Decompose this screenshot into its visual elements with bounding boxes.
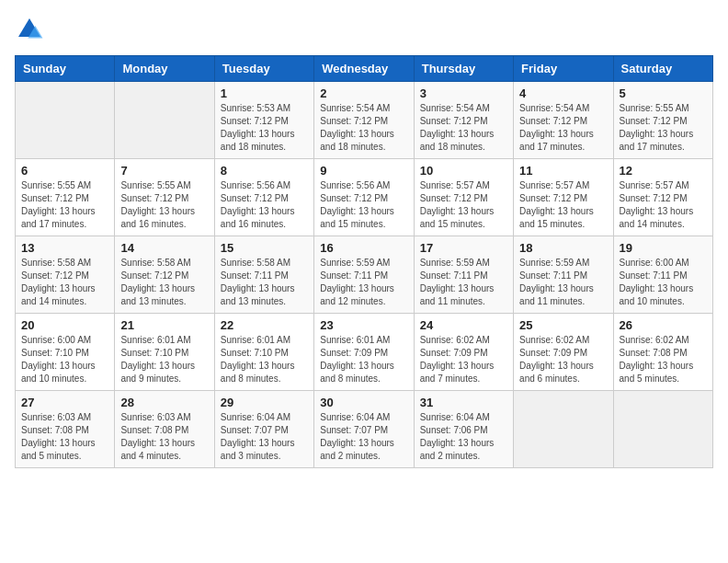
calendar-cell: 24Sunrise: 6:02 AM Sunset: 7:09 PM Dayli…	[414, 314, 513, 391]
calendar-cell: 14Sunrise: 5:58 AM Sunset: 7:12 PM Dayli…	[115, 236, 214, 314]
day-number: 23	[320, 318, 407, 332]
day-number: 18	[519, 241, 607, 255]
day-number: 19	[620, 241, 707, 255]
calendar-cell: 2Sunrise: 5:54 AM Sunset: 7:12 PM Daylig…	[314, 82, 414, 159]
weekday-header-wednesday: Wednesday	[314, 56, 414, 82]
logo	[15, 15, 48, 44]
day-number: 4	[519, 86, 607, 100]
calendar-cell: 26Sunrise: 6:02 AM Sunset: 7:08 PM Dayli…	[613, 314, 712, 391]
day-number: 11	[519, 164, 607, 178]
calendar-cell: 11Sunrise: 5:57 AM Sunset: 7:12 PM Dayli…	[514, 159, 613, 236]
calendar-cell: 7Sunrise: 5:55 AM Sunset: 7:12 PM Daylig…	[115, 159, 214, 236]
day-info: Sunrise: 6:00 AM Sunset: 7:10 PM Dayligh…	[21, 334, 108, 385]
calendar-cell: 1Sunrise: 5:53 AM Sunset: 7:12 PM Daylig…	[214, 82, 313, 159]
day-info: Sunrise: 5:57 AM Sunset: 7:12 PM Dayligh…	[620, 179, 707, 231]
day-info: Sunrise: 6:04 AM Sunset: 7:07 PM Dayligh…	[320, 411, 407, 463]
day-number: 27	[21, 396, 108, 409]
calendar-cell: 18Sunrise: 5:59 AM Sunset: 7:11 PM Dayli…	[514, 236, 613, 314]
day-info: Sunrise: 6:02 AM Sunset: 7:09 PM Dayligh…	[519, 334, 607, 385]
day-info: Sunrise: 6:01 AM Sunset: 7:10 PM Dayligh…	[221, 334, 308, 385]
calendar-cell	[16, 82, 115, 159]
calendar-cell: 5Sunrise: 5:55 AM Sunset: 7:12 PM Daylig…	[613, 82, 712, 159]
calendar-table: SundayMondayTuesdayWednesdayThursdayFrid…	[15, 55, 713, 468]
calendar-week-5: 27Sunrise: 6:03 AM Sunset: 7:08 PM Dayli…	[16, 391, 713, 468]
calendar-cell	[115, 82, 214, 159]
day-info: Sunrise: 6:01 AM Sunset: 7:09 PM Dayligh…	[320, 334, 407, 385]
day-info: Sunrise: 5:54 AM Sunset: 7:12 PM Dayligh…	[420, 102, 507, 154]
day-info: Sunrise: 6:00 AM Sunset: 7:11 PM Dayligh…	[620, 257, 707, 308]
calendar-cell: 9Sunrise: 5:56 AM Sunset: 7:12 PM Daylig…	[314, 159, 414, 236]
day-number: 15	[221, 241, 308, 255]
day-number: 13	[21, 241, 108, 255]
calendar-cell: 6Sunrise: 5:55 AM Sunset: 7:12 PM Daylig…	[16, 159, 115, 236]
day-number: 6	[21, 164, 108, 178]
calendar-cell: 27Sunrise: 6:03 AM Sunset: 7:08 PM Dayli…	[16, 391, 115, 468]
calendar-week-3: 13Sunrise: 5:58 AM Sunset: 7:12 PM Dayli…	[16, 236, 713, 314]
day-info: Sunrise: 5:59 AM Sunset: 7:11 PM Dayligh…	[420, 257, 507, 308]
weekday-header-row: SundayMondayTuesdayWednesdayThursdayFrid…	[16, 56, 713, 82]
day-number: 26	[620, 318, 707, 332]
day-number: 31	[420, 396, 507, 409]
day-number: 1	[221, 86, 308, 100]
calendar-cell: 21Sunrise: 6:01 AM Sunset: 7:10 PM Dayli…	[115, 314, 214, 391]
calendar-week-4: 20Sunrise: 6:00 AM Sunset: 7:10 PM Dayli…	[16, 314, 713, 391]
calendar-cell: 20Sunrise: 6:00 AM Sunset: 7:10 PM Dayli…	[16, 314, 115, 391]
day-info: Sunrise: 5:54 AM Sunset: 7:12 PM Dayligh…	[519, 102, 607, 154]
calendar-cell: 3Sunrise: 5:54 AM Sunset: 7:12 PM Daylig…	[414, 82, 513, 159]
day-number: 16	[320, 241, 407, 255]
day-info: Sunrise: 5:58 AM Sunset: 7:12 PM Dayligh…	[21, 257, 108, 308]
calendar-cell: 17Sunrise: 5:59 AM Sunset: 7:11 PM Dayli…	[414, 236, 513, 314]
day-number: 29	[221, 396, 308, 409]
weekday-header-saturday: Saturday	[613, 56, 712, 82]
day-number: 10	[420, 164, 507, 178]
calendar-body: 1Sunrise: 5:53 AM Sunset: 7:12 PM Daylig…	[16, 82, 713, 468]
weekday-header-tuesday: Tuesday	[214, 56, 313, 82]
calendar-cell: 4Sunrise: 5:54 AM Sunset: 7:12 PM Daylig…	[514, 82, 613, 159]
day-number: 28	[120, 396, 208, 409]
day-info: Sunrise: 5:58 AM Sunset: 7:12 PM Dayligh…	[120, 257, 208, 308]
calendar-cell: 12Sunrise: 5:57 AM Sunset: 7:12 PM Dayli…	[613, 159, 712, 236]
day-info: Sunrise: 5:55 AM Sunset: 7:12 PM Dayligh…	[620, 102, 707, 154]
day-info: Sunrise: 5:56 AM Sunset: 7:12 PM Dayligh…	[221, 179, 308, 231]
day-info: Sunrise: 5:58 AM Sunset: 7:11 PM Dayligh…	[221, 257, 308, 308]
calendar-cell: 28Sunrise: 6:03 AM Sunset: 7:08 PM Dayli…	[115, 391, 214, 468]
calendar-cell: 30Sunrise: 6:04 AM Sunset: 7:07 PM Dayli…	[314, 391, 414, 468]
day-info: Sunrise: 5:55 AM Sunset: 7:12 PM Dayligh…	[120, 179, 208, 231]
day-info: Sunrise: 5:59 AM Sunset: 7:11 PM Dayligh…	[519, 257, 607, 308]
weekday-header-monday: Monday	[115, 56, 214, 82]
day-number: 5	[620, 86, 707, 100]
weekday-header-friday: Friday	[514, 56, 613, 82]
day-info: Sunrise: 6:02 AM Sunset: 7:08 PM Dayligh…	[620, 334, 707, 385]
calendar-cell: 23Sunrise: 6:01 AM Sunset: 7:09 PM Dayli…	[314, 314, 414, 391]
day-number: 17	[420, 241, 507, 255]
day-info: Sunrise: 6:03 AM Sunset: 7:08 PM Dayligh…	[120, 411, 208, 463]
day-number: 22	[221, 318, 308, 332]
day-number: 9	[320, 164, 407, 178]
day-info: Sunrise: 6:04 AM Sunset: 7:07 PM Dayligh…	[221, 411, 308, 463]
day-number: 21	[120, 318, 208, 332]
calendar-cell: 25Sunrise: 6:02 AM Sunset: 7:09 PM Dayli…	[514, 314, 613, 391]
day-info: Sunrise: 5:57 AM Sunset: 7:12 PM Dayligh…	[519, 179, 607, 231]
day-number: 12	[620, 164, 707, 178]
day-number: 25	[519, 318, 607, 332]
weekday-header-sunday: Sunday	[16, 56, 115, 82]
calendar-cell	[514, 391, 613, 468]
day-number: 8	[221, 164, 308, 178]
calendar-cell: 16Sunrise: 5:59 AM Sunset: 7:11 PM Dayli…	[314, 236, 414, 314]
day-info: Sunrise: 5:57 AM Sunset: 7:12 PM Dayligh…	[420, 179, 507, 231]
day-number: 20	[21, 318, 108, 332]
calendar-cell: 13Sunrise: 5:58 AM Sunset: 7:12 PM Dayli…	[16, 236, 115, 314]
calendar-cell: 15Sunrise: 5:58 AM Sunset: 7:11 PM Dayli…	[214, 236, 313, 314]
page-header	[15, 15, 713, 44]
calendar-cell: 19Sunrise: 6:00 AM Sunset: 7:11 PM Dayli…	[613, 236, 712, 314]
day-info: Sunrise: 6:01 AM Sunset: 7:10 PM Dayligh…	[120, 334, 208, 385]
day-info: Sunrise: 6:02 AM Sunset: 7:09 PM Dayligh…	[420, 334, 507, 385]
day-number: 24	[420, 318, 507, 332]
day-number: 14	[120, 241, 208, 255]
calendar-cell: 10Sunrise: 5:57 AM Sunset: 7:12 PM Dayli…	[414, 159, 513, 236]
day-number: 7	[120, 164, 208, 178]
day-number: 30	[320, 396, 407, 409]
calendar-week-1: 1Sunrise: 5:53 AM Sunset: 7:12 PM Daylig…	[16, 82, 713, 159]
day-info: Sunrise: 5:53 AM Sunset: 7:12 PM Dayligh…	[221, 102, 308, 154]
calendar-cell: 29Sunrise: 6:04 AM Sunset: 7:07 PM Dayli…	[214, 391, 313, 468]
